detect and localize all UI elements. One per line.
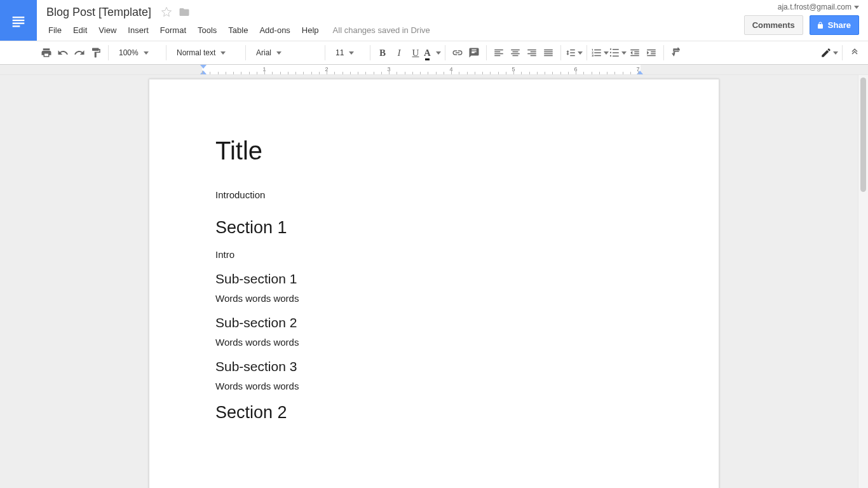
- ruler-track[interactable]: 1234567: [202, 65, 641, 74]
- svg-rect-0: [13, 17, 25, 18]
- user-account-menu[interactable]: aja.t.frost@gmail.com: [778, 3, 859, 11]
- increase-indent-icon: [646, 47, 657, 58]
- doc-body-text[interactable]: Words words words: [215, 337, 653, 348]
- ruler-tick: [342, 72, 343, 74]
- document-page[interactable]: Title Introduction Section 1 Intro Sub-s…: [149, 79, 719, 488]
- ruler-tick: [405, 72, 405, 74]
- ruler-tick: [218, 72, 219, 74]
- increase-indent-button[interactable]: [643, 44, 660, 61]
- menu-edit[interactable]: Edit: [68, 23, 92, 37]
- folder-icon[interactable]: [179, 6, 190, 18]
- bold-button[interactable]: B: [374, 44, 391, 61]
- numbered-list-button[interactable]: [591, 44, 609, 61]
- menu-help[interactable]: Help: [297, 23, 324, 37]
- paint-format-icon: [90, 47, 102, 58]
- align-right-button[interactable]: [524, 44, 540, 61]
- align-justify-button[interactable]: [540, 44, 557, 61]
- document-title-input[interactable]: Blog Post [Template]: [43, 4, 154, 20]
- chevron-down-icon: [621, 51, 627, 55]
- ruler-tick: [623, 72, 623, 74]
- first-line-indent-marker[interactable]: [200, 65, 207, 69]
- share-button[interactable]: Share: [810, 15, 859, 35]
- ruler-tick: [210, 72, 210, 74]
- star-icon[interactable]: [161, 6, 172, 18]
- doc-subsection-heading[interactable]: Sub-section 2: [215, 315, 653, 330]
- print-icon: [41, 47, 52, 58]
- menu-addons[interactable]: Add-ons: [254, 23, 295, 37]
- document-canvas[interactable]: Title Introduction Section 1 Intro Sub-s…: [0, 75, 868, 488]
- insert-link-button[interactable]: [449, 44, 466, 61]
- bulleted-list-icon: [609, 47, 620, 58]
- doc-section-heading[interactable]: Section 2: [215, 403, 653, 423]
- doc-subsection-heading[interactable]: Sub-section 1: [215, 271, 653, 287]
- align-left-icon: [493, 47, 505, 58]
- editing-mode-button[interactable]: [820, 44, 838, 61]
- menu-format[interactable]: Format: [155, 23, 191, 37]
- print-button[interactable]: [38, 44, 55, 61]
- ruler-tick: [568, 72, 569, 74]
- redo-button[interactable]: [71, 44, 88, 61]
- doc-body-text[interactable]: Words words words: [215, 293, 653, 304]
- underline-button[interactable]: U: [407, 44, 424, 61]
- doc-subsection-heading[interactable]: Sub-section 3: [215, 359, 653, 374]
- chevron-down-icon: [349, 51, 354, 55]
- left-indent-marker[interactable]: [200, 71, 207, 74]
- font-family-select[interactable]: Arial: [250, 44, 321, 61]
- ruler[interactable]: 1234567: [0, 65, 868, 75]
- ruler-tick: [389, 71, 390, 74]
- align-center-button[interactable]: [507, 44, 524, 61]
- ruler-tick: [607, 72, 607, 74]
- ruler-tick: [444, 72, 444, 74]
- ruler-tick: [280, 72, 281, 74]
- menu-tools[interactable]: Tools: [193, 23, 222, 37]
- font-family-value: Arial: [256, 48, 271, 57]
- comments-button[interactable]: Comments: [744, 15, 803, 35]
- doc-section-heading[interactable]: Section 1: [215, 218, 653, 238]
- doc-body-text[interactable]: Words words words: [215, 381, 653, 391]
- chevron-down-icon: [854, 6, 859, 9]
- svg-rect-2: [13, 23, 25, 24]
- menu-insert[interactable]: Insert: [123, 23, 154, 37]
- doc-intro-text[interactable]: Introduction: [215, 189, 653, 200]
- undo-button[interactable]: [55, 44, 71, 61]
- paragraph-style-select[interactable]: Normal text: [170, 44, 241, 61]
- align-left-button[interactable]: [491, 44, 507, 61]
- chevron-down-icon: [578, 51, 583, 55]
- paint-format-button[interactable]: [88, 44, 104, 61]
- ruler-tick: [560, 72, 561, 74]
- menu-table[interactable]: Table: [223, 23, 253, 37]
- line-spacing-button[interactable]: [565, 44, 583, 61]
- chevron-down-icon: [604, 51, 609, 55]
- clear-formatting-button[interactable]: [668, 44, 684, 61]
- ruler-tick: [374, 72, 374, 74]
- ruler-tick: [202, 71, 203, 74]
- bulleted-list-button[interactable]: [609, 44, 627, 61]
- vertical-scrollbar[interactable]: [858, 75, 868, 488]
- collapse-toolbar-button[interactable]: [846, 44, 863, 61]
- ruler-tick: [412, 72, 413, 74]
- zoom-value: 100%: [119, 48, 139, 57]
- text-color-button[interactable]: A: [424, 44, 441, 61]
- italic-button[interactable]: I: [391, 44, 407, 61]
- font-size-select[interactable]: 11: [329, 44, 366, 61]
- ruler-tick: [451, 71, 452, 74]
- ruler-tick: [303, 72, 304, 74]
- decrease-indent-button[interactable]: [627, 44, 643, 61]
- app-logo[interactable]: [0, 0, 37, 41]
- doc-title-heading[interactable]: Title: [215, 137, 653, 165]
- chevron-up-icon: [849, 47, 860, 58]
- ruler-tick: [272, 72, 273, 74]
- insert-comment-button[interactable]: [466, 44, 482, 61]
- menu-file[interactable]: File: [43, 23, 67, 37]
- menu-view[interactable]: View: [93, 23, 121, 37]
- ruler-tick: [552, 72, 553, 74]
- ruler-tick: [614, 72, 615, 74]
- doc-body-text[interactable]: Intro: [215, 249, 653, 260]
- align-justify-icon: [543, 47, 554, 58]
- ruler-tick: [397, 72, 397, 74]
- ruler-tick: [513, 71, 514, 74]
- save-status: All changes saved in Drive: [325, 23, 438, 37]
- zoom-select[interactable]: 100%: [112, 44, 162, 61]
- ruler-tick: [599, 72, 600, 74]
- scrollbar-thumb[interactable]: [860, 78, 866, 192]
